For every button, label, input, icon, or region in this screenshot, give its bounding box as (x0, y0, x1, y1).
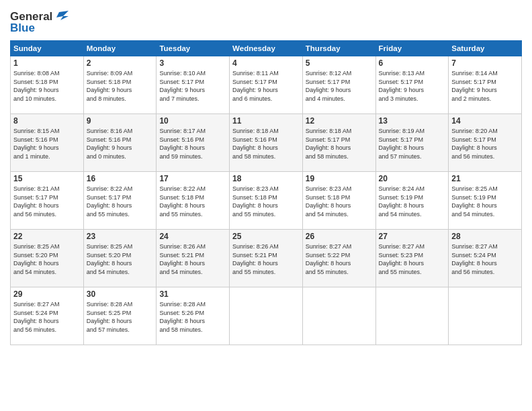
calendar-cell: 31Sunrise: 8:28 AMSunset: 5:26 PMDayligh… (157, 287, 230, 345)
calendar-day-header: Tuesday (157, 41, 230, 56)
day-number: 8 (13, 116, 81, 126)
day-number: 18 (232, 174, 300, 183)
logo: General Blue (10, 9, 69, 35)
cell-text: Sunrise: 8:08 AMSunset: 5:18 PMDaylight:… (13, 69, 81, 103)
calendar-week-row: 8Sunrise: 8:15 AMSunset: 5:16 PMDaylight… (11, 114, 522, 172)
cell-text: Sunrise: 8:27 AMSunset: 5:24 PMDaylight:… (451, 242, 519, 276)
day-number: 20 (379, 174, 446, 183)
cell-text: Sunrise: 8:11 AMSunset: 5:17 PMDaylight:… (232, 69, 300, 103)
calendar-day-header: Saturday (449, 41, 522, 56)
calendar-cell: 3Sunrise: 8:10 AMSunset: 5:17 PMDaylight… (157, 56, 230, 114)
cell-text: Sunrise: 8:21 AMSunset: 5:17 PMDaylight:… (13, 185, 81, 218)
calendar-day-header: Monday (83, 41, 157, 56)
cell-text: Sunrise: 8:10 AMSunset: 5:17 PMDaylight:… (159, 69, 226, 103)
calendar-cell: 28Sunrise: 8:27 AMSunset: 5:24 PMDayligh… (449, 230, 522, 287)
calendar-cell: 18Sunrise: 8:23 AMSunset: 5:18 PMDayligh… (230, 172, 303, 230)
logo-bird-icon (54, 9, 69, 24)
calendar-cell: 6Sunrise: 8:13 AMSunset: 5:17 PMDaylight… (375, 56, 449, 114)
calendar-day-header: Wednesday (230, 41, 303, 56)
day-number: 1 (13, 58, 81, 68)
page: General Blue SundayMondayTuesdayWednesda… (0, 0, 532, 411)
cell-text: Sunrise: 8:16 AMSunset: 5:16 PMDaylight:… (87, 127, 154, 161)
calendar-week-row: 29Sunrise: 8:27 AMSunset: 5:24 PMDayligh… (11, 287, 522, 345)
day-number: 29 (13, 289, 81, 299)
calendar-cell (302, 287, 375, 345)
day-number: 31 (159, 289, 226, 299)
calendar-week-row: 15Sunrise: 8:21 AMSunset: 5:17 PMDayligh… (11, 172, 522, 230)
calendar-cell: 9Sunrise: 8:16 AMSunset: 5:16 PMDaylight… (83, 114, 157, 172)
cell-text: Sunrise: 8:23 AMSunset: 5:18 PMDaylight:… (306, 185, 373, 218)
day-number: 30 (87, 289, 154, 299)
header: General Blue (10, 7, 522, 35)
cell-text: Sunrise: 8:28 AMSunset: 5:26 PMDaylight:… (159, 300, 226, 334)
calendar-cell: 25Sunrise: 8:26 AMSunset: 5:21 PMDayligh… (230, 230, 303, 287)
day-number: 21 (451, 174, 519, 183)
calendar-header-row: SundayMondayTuesdayWednesdayThursdayFrid… (11, 41, 522, 56)
logo-blue: Blue (10, 21, 35, 35)
calendar-cell: 22Sunrise: 8:25 AMSunset: 5:20 PMDayligh… (11, 230, 84, 287)
calendar-cell: 19Sunrise: 8:23 AMSunset: 5:18 PMDayligh… (302, 172, 375, 230)
calendar-cell: 30Sunrise: 8:28 AMSunset: 5:25 PMDayligh… (83, 287, 157, 345)
calendar-cell: 29Sunrise: 8:27 AMSunset: 5:24 PMDayligh… (11, 287, 84, 345)
calendar-cell: 5Sunrise: 8:12 AMSunset: 5:17 PMDaylight… (302, 56, 375, 114)
cell-text: Sunrise: 8:25 AMSunset: 5:20 PMDaylight:… (13, 242, 81, 276)
day-number: 16 (87, 174, 154, 183)
cell-text: Sunrise: 8:25 AMSunset: 5:19 PMDaylight:… (451, 185, 519, 218)
cell-text: Sunrise: 8:13 AMSunset: 5:17 PMDaylight:… (379, 69, 446, 103)
cell-text: Sunrise: 8:26 AMSunset: 5:21 PMDaylight:… (159, 242, 226, 276)
calendar-cell (449, 287, 522, 345)
day-number: 22 (13, 232, 81, 241)
day-number: 11 (232, 116, 300, 126)
cell-text: Sunrise: 8:24 AMSunset: 5:19 PMDaylight:… (379, 185, 446, 218)
day-number: 26 (306, 232, 373, 241)
day-number: 10 (159, 116, 226, 126)
calendar-cell: 2Sunrise: 8:09 AMSunset: 5:18 PMDaylight… (83, 56, 157, 114)
calendar-cell: 21Sunrise: 8:25 AMSunset: 5:19 PMDayligh… (449, 172, 522, 230)
cell-text: Sunrise: 8:19 AMSunset: 5:17 PMDaylight:… (379, 127, 446, 161)
cell-text: Sunrise: 8:27 AMSunset: 5:22 PMDaylight:… (306, 242, 373, 276)
calendar-cell: 1Sunrise: 8:08 AMSunset: 5:18 PMDaylight… (11, 56, 84, 114)
calendar-cell: 14Sunrise: 8:20 AMSunset: 5:17 PMDayligh… (449, 114, 522, 172)
calendar-week-row: 1Sunrise: 8:08 AMSunset: 5:18 PMDaylight… (11, 56, 522, 114)
calendar-day-header: Thursday (302, 41, 375, 56)
day-number: 27 (379, 232, 446, 241)
calendar-cell: 15Sunrise: 8:21 AMSunset: 5:17 PMDayligh… (11, 172, 84, 230)
calendar-cell: 10Sunrise: 8:17 AMSunset: 5:16 PMDayligh… (157, 114, 230, 172)
calendar-table: SundayMondayTuesdayWednesdayThursdayFrid… (10, 40, 522, 345)
calendar-cell: 17Sunrise: 8:22 AMSunset: 5:18 PMDayligh… (157, 172, 230, 230)
day-number: 4 (232, 58, 300, 68)
calendar-week-row: 22Sunrise: 8:25 AMSunset: 5:20 PMDayligh… (11, 230, 522, 287)
cell-text: Sunrise: 8:27 AMSunset: 5:23 PMDaylight:… (379, 242, 446, 276)
day-number: 15 (13, 174, 81, 183)
calendar-cell: 4Sunrise: 8:11 AMSunset: 5:17 PMDaylight… (230, 56, 303, 114)
cell-text: Sunrise: 8:15 AMSunset: 5:16 PMDaylight:… (13, 127, 81, 161)
cell-text: Sunrise: 8:28 AMSunset: 5:25 PMDaylight:… (87, 300, 154, 334)
cell-text: Sunrise: 8:26 AMSunset: 5:21 PMDaylight:… (232, 242, 300, 276)
cell-text: Sunrise: 8:27 AMSunset: 5:24 PMDaylight:… (13, 300, 81, 334)
day-number: 28 (451, 232, 519, 241)
cell-text: Sunrise: 8:22 AMSunset: 5:17 PMDaylight:… (87, 185, 154, 218)
calendar-cell: 7Sunrise: 8:14 AMSunset: 5:17 PMDaylight… (449, 56, 522, 114)
cell-text: Sunrise: 8:18 AMSunset: 5:16 PMDaylight:… (232, 127, 300, 161)
calendar-cell: 26Sunrise: 8:27 AMSunset: 5:22 PMDayligh… (302, 230, 375, 287)
calendar-day-header: Friday (375, 41, 449, 56)
day-number: 17 (159, 174, 226, 183)
day-number: 7 (451, 58, 519, 68)
cell-text: Sunrise: 8:23 AMSunset: 5:18 PMDaylight:… (232, 185, 300, 218)
calendar-cell (230, 287, 303, 345)
day-number: 6 (379, 58, 446, 68)
day-number: 5 (306, 58, 373, 68)
calendar-cell: 12Sunrise: 8:18 AMSunset: 5:17 PMDayligh… (302, 114, 375, 172)
calendar-cell: 27Sunrise: 8:27 AMSunset: 5:23 PMDayligh… (375, 230, 449, 287)
cell-text: Sunrise: 8:25 AMSunset: 5:20 PMDaylight:… (87, 242, 154, 276)
calendar-cell: 20Sunrise: 8:24 AMSunset: 5:19 PMDayligh… (375, 172, 449, 230)
cell-text: Sunrise: 8:14 AMSunset: 5:17 PMDaylight:… (451, 69, 519, 103)
calendar-cell: 8Sunrise: 8:15 AMSunset: 5:16 PMDaylight… (11, 114, 84, 172)
calendar-cell: 11Sunrise: 8:18 AMSunset: 5:16 PMDayligh… (230, 114, 303, 172)
day-number: 25 (232, 232, 300, 241)
cell-text: Sunrise: 8:20 AMSunset: 5:17 PMDaylight:… (451, 127, 519, 161)
cell-text: Sunrise: 8:09 AMSunset: 5:18 PMDaylight:… (87, 69, 154, 103)
calendar-cell (375, 287, 449, 345)
calendar-cell: 23Sunrise: 8:25 AMSunset: 5:20 PMDayligh… (83, 230, 157, 287)
day-number: 24 (159, 232, 226, 241)
